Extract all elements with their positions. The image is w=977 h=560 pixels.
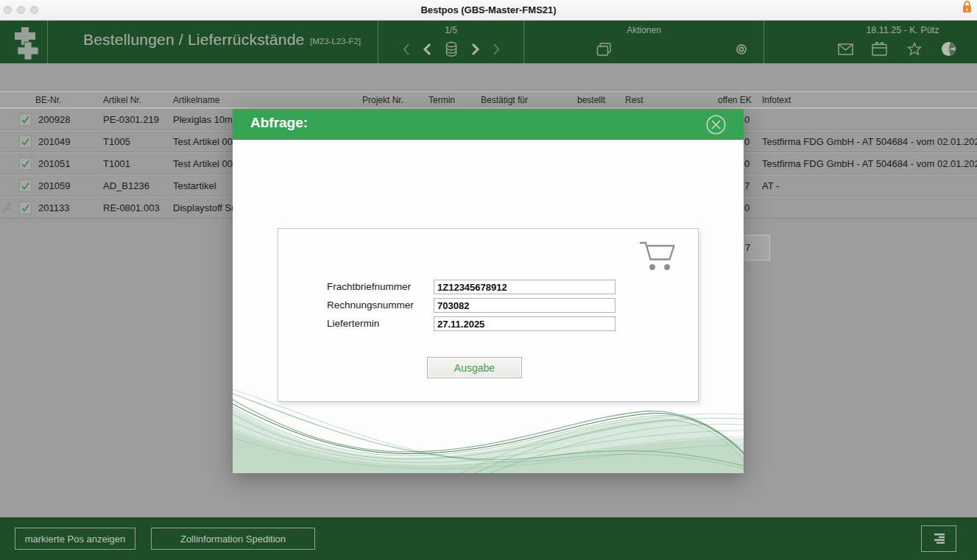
ausgabe-button[interactable]: Ausgabe xyxy=(427,357,522,378)
row-checkbox[interactable] xyxy=(19,113,32,126)
settings-gear-icon[interactable] xyxy=(733,41,749,57)
dialog-title: Abfrage: xyxy=(250,115,308,131)
actions-label: Aktionen xyxy=(524,25,763,35)
database-icon[interactable] xyxy=(444,41,459,57)
first-record-icon[interactable] xyxy=(402,43,411,56)
col-infotext[interactable]: Infotext xyxy=(762,92,791,108)
frachtbriefnummer-input[interactable] xyxy=(434,280,616,294)
col-artikel-nr[interactable]: Artikel Nr. xyxy=(103,92,141,108)
col-termin[interactable]: Termin xyxy=(428,92,455,108)
col-artikelname[interactable]: Artikelname xyxy=(173,92,219,108)
row-checkbox[interactable] xyxy=(19,157,32,170)
app-header: Bestellungen / Lieferrückstände [M23-L23… xyxy=(0,21,977,63)
dialog-form-card: Frachtbriefnummer Rechnungsnummer Liefer… xyxy=(278,228,699,402)
application-window: Bestpos (GBS-Master-FMS21) Bestellungen … xyxy=(0,0,977,560)
page-title: Bestellungen / Lieferrückstände xyxy=(83,31,304,49)
liefertermin-label: Liefertermin xyxy=(327,316,379,331)
actions-section: Aktionen xyxy=(523,21,763,63)
mail-icon[interactable] xyxy=(838,43,853,55)
field-row: Frachtbriefnummer xyxy=(278,280,699,294)
favorite-star-icon[interactable] xyxy=(907,42,922,56)
page-header: Bestellungen / Lieferrückstände [M23-L23… xyxy=(47,21,378,63)
col-offen-ek[interactable]: offen EK xyxy=(718,92,752,108)
record-navigation: 1/5 xyxy=(378,21,523,63)
list-menu-button[interactable] xyxy=(921,525,956,552)
record-counter: 1/5 xyxy=(378,25,523,35)
dialog-header: Abfrage: xyxy=(233,109,744,140)
field-row: Liefertermin xyxy=(278,316,699,331)
app-logo xyxy=(0,21,47,63)
dialog-body: Frachtbriefnummer Rechnungsnummer Liefer… xyxy=(233,140,744,473)
next-record-icon[interactable] xyxy=(470,43,480,56)
rechnungsnummer-label: Rechnungsnummer xyxy=(327,298,414,313)
show-marked-positions-button[interactable]: markierte Pos anzeigen xyxy=(15,528,135,550)
row-checkbox[interactable] xyxy=(19,202,32,214)
last-record-icon[interactable] xyxy=(492,43,501,56)
row-checkbox[interactable] xyxy=(19,180,32,192)
close-icon[interactable] xyxy=(706,115,726,135)
col-bestellt[interactable]: bestellt xyxy=(577,92,605,108)
field-row: Rechnungsnummer xyxy=(278,298,699,313)
col-projekt-nr[interactable]: Projekt Nr. xyxy=(362,92,403,108)
user-section: 18.11.25 - K. Pütz xyxy=(763,21,977,63)
table-header-row: BE-Nr. Artikel Nr. Artikelname Projekt N… xyxy=(0,91,977,108)
col-bestaetigt[interactable]: Bestätigt für xyxy=(481,92,528,108)
shopping-cart-icon xyxy=(638,241,677,273)
abfrage-dialog: Abfrage: xyxy=(233,109,744,473)
pdf-icon[interactable] xyxy=(2,202,13,213)
page-code: [M23-L23-F2] xyxy=(310,37,361,46)
date-user-label: 18.11.25 - K. Pütz xyxy=(829,25,976,35)
window-title: Bestpos (GBS-Master-FMS21) xyxy=(0,0,977,21)
footer-bar: markierte Pos anzeigen Zollinformation S… xyxy=(0,517,977,560)
print-icon[interactable] xyxy=(596,43,613,57)
previous-record-icon[interactable] xyxy=(423,43,432,56)
window-titlebar: Bestpos (GBS-Master-FMS21) xyxy=(0,0,977,21)
liefertermin-input[interactable] xyxy=(434,316,616,331)
customs-info-button[interactable]: Zollinformation Spedition xyxy=(151,528,315,550)
list-lines-icon xyxy=(933,534,945,544)
col-rest[interactable]: Rest xyxy=(625,92,643,108)
frachtbriefnummer-label: Frachtbriefnummer xyxy=(327,280,411,294)
pie-clock-icon[interactable] xyxy=(941,41,956,57)
col-be-nr[interactable]: BE-Nr. xyxy=(35,92,61,108)
lock-icon xyxy=(962,1,973,13)
calendar-icon[interactable] xyxy=(872,42,887,56)
row-checkbox[interactable] xyxy=(19,135,32,148)
rechnungsnummer-input[interactable] xyxy=(434,298,616,313)
